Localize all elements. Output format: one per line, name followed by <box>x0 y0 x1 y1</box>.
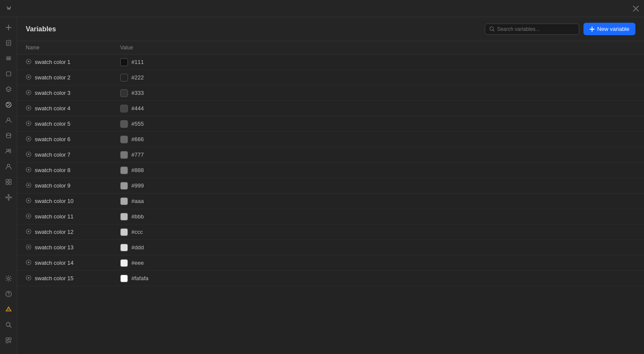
row-name: swatch color 1 <box>26 59 120 66</box>
table-row[interactable]: swatch color 5 #555 <box>17 116 644 132</box>
content-area: Variables New variable <box>17 17 644 354</box>
svg-point-14 <box>8 199 9 200</box>
table-row[interactable]: swatch color 2 #222 <box>17 70 644 85</box>
svg-point-12 <box>8 197 9 198</box>
add-icon[interactable] <box>2 21 15 34</box>
table-row[interactable]: swatch color 12 #ccc <box>17 224 644 240</box>
row-name: swatch color 3 <box>26 90 120 97</box>
svg-point-40 <box>28 169 30 170</box>
color-swatch <box>120 58 128 66</box>
row-name: swatch color 15 <box>26 275 120 282</box>
svg-point-52 <box>28 261 30 263</box>
search-box[interactable] <box>485 24 579 35</box>
variable-name: swatch color 3 <box>35 90 70 96</box>
svg-point-2 <box>6 102 11 107</box>
content-header: Variables New variable <box>17 17 644 41</box>
color-value: #444 <box>131 105 144 112</box>
data-icon[interactable] <box>2 129 15 142</box>
table-row[interactable]: swatch color 7 #777 <box>17 147 644 163</box>
row-value: #bbb <box>120 213 144 221</box>
table-row[interactable]: swatch color 1 #111 <box>17 54 644 70</box>
svg-rect-22 <box>9 338 11 340</box>
user-icon[interactable] <box>2 160 15 173</box>
search-icon[interactable] <box>2 318 15 332</box>
svg-point-46 <box>28 215 30 217</box>
help-icon[interactable] <box>2 287 15 301</box>
svg-point-20 <box>6 323 10 327</box>
variable-type-icon <box>26 105 31 112</box>
variable-type-icon <box>26 151 31 158</box>
color-swatch <box>120 136 128 143</box>
row-value: #fafafa <box>120 275 149 282</box>
variable-type-icon <box>26 260 31 266</box>
team-icon[interactable] <box>2 144 15 158</box>
svg-rect-23 <box>6 341 8 343</box>
svg-point-16 <box>10 197 12 198</box>
svg-point-54 <box>28 277 30 278</box>
col-name-header: Name <box>26 45 120 51</box>
table-row[interactable]: swatch color 15 #fafafa <box>17 271 644 286</box>
svg-rect-11 <box>9 182 11 185</box>
svg-point-7 <box>7 164 10 167</box>
variable-type-icon <box>26 213 31 220</box>
row-name: swatch color 4 <box>26 105 120 112</box>
color-value: #eee <box>131 260 144 266</box>
variable-type-icon <box>26 136 31 143</box>
svg-point-15 <box>6 197 7 198</box>
svg-point-5 <box>6 149 9 151</box>
table-row[interactable]: swatch color 14 #eee <box>17 255 644 271</box>
layers-icon[interactable] <box>2 82 15 96</box>
contacts-icon[interactable] <box>2 113 15 127</box>
variable-name: swatch color 8 <box>35 167 70 173</box>
menu-icon[interactable] <box>2 51 15 65</box>
variables-icon[interactable] <box>2 98 15 112</box>
color-swatch <box>120 89 128 97</box>
upgrade-icon[interactable] <box>2 303 15 316</box>
extensions-icon[interactable] <box>2 333 15 347</box>
color-value: #bbb <box>131 213 144 220</box>
svg-rect-21 <box>6 338 8 340</box>
apps-icon[interactable] <box>2 175 15 189</box>
table-row[interactable]: swatch color 9 #999 <box>17 178 644 194</box>
color-swatch <box>120 197 128 205</box>
table-row[interactable]: swatch color 11 #bbb <box>17 209 644 224</box>
table-row[interactable]: swatch color 10 #aaa <box>17 194 644 209</box>
main-layout: Variables New variable <box>0 17 644 354</box>
color-swatch <box>120 275 128 282</box>
table-row[interactable]: swatch color 4 #444 <box>17 101 644 116</box>
svg-point-6 <box>9 149 11 151</box>
variable-type-icon <box>26 198 31 205</box>
variable-name: swatch color 2 <box>35 74 70 81</box>
table-row[interactable]: swatch color 6 #666 <box>17 132 644 147</box>
sidebar <box>0 17 17 354</box>
table-row[interactable]: swatch color 13 #ddd <box>17 240 644 255</box>
svg-point-48 <box>28 230 30 232</box>
page-icon[interactable] <box>2 36 15 50</box>
color-swatch <box>120 166 128 174</box>
settings-icon[interactable] <box>2 272 15 285</box>
color-swatch <box>120 259 128 267</box>
search-input[interactable] <box>497 26 574 32</box>
color-value: #fafafa <box>131 275 149 281</box>
svg-point-42 <box>28 184 30 186</box>
row-value: #aaa <box>120 197 144 205</box>
variable-name: swatch color 10 <box>35 198 73 204</box>
table-row[interactable]: swatch color 8 #888 <box>17 163 644 178</box>
network-icon[interactable] <box>2 191 15 204</box>
variable-name: swatch color 11 <box>35 213 73 220</box>
svg-point-26 <box>28 61 30 62</box>
close-button[interactable] <box>633 6 639 12</box>
new-variable-button[interactable]: New variable <box>583 23 635 35</box>
row-name: swatch color 13 <box>26 244 120 251</box>
color-swatch <box>120 74 128 82</box>
row-value: #ccc <box>120 228 143 236</box>
color-value: #999 <box>131 182 144 189</box>
box-icon[interactable] <box>2 67 15 81</box>
row-value: #444 <box>120 105 144 112</box>
variable-name: swatch color 1 <box>35 59 70 65</box>
color-swatch <box>120 228 128 236</box>
color-value: #666 <box>131 136 144 142</box>
row-value: #222 <box>120 74 144 82</box>
table-row[interactable]: swatch color 3 #333 <box>17 85 644 101</box>
color-value: #555 <box>131 121 144 127</box>
